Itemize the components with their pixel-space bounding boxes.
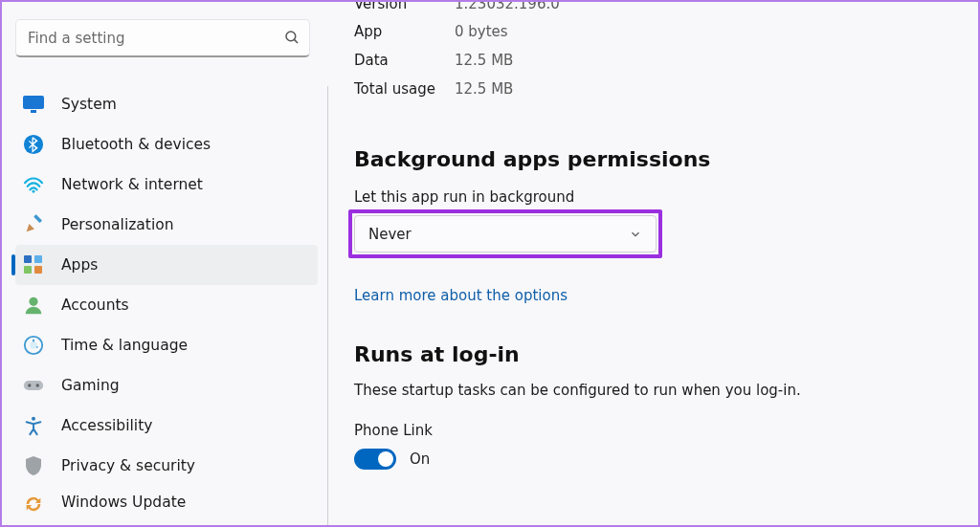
stat-version: Version 1.23032.196.0 [354, 2, 978, 17]
stat-key: Data [354, 52, 455, 69]
bluetooth-icon [23, 134, 44, 155]
runs-desc: These startup tasks can be configured to… [354, 382, 978, 399]
privacy-icon [23, 455, 44, 476]
svg-rect-8 [34, 255, 42, 263]
accounts-icon [23, 295, 44, 316]
sidebar-item-update[interactable]: Windows Update [15, 486, 318, 515]
apps-icon [23, 254, 44, 275]
update-icon [23, 494, 44, 515]
accessibility-icon [23, 415, 44, 436]
gaming-icon [23, 375, 44, 396]
svg-point-15 [28, 384, 31, 386]
svg-rect-9 [24, 266, 32, 274]
sidebar-item-label: Time & language [61, 337, 188, 354]
stat-value: 0 bytes [455, 23, 508, 40]
sidebar-item-apps[interactable]: Apps [15, 245, 318, 285]
svg-point-11 [29, 297, 37, 306]
sidebar-nav: System Bluetooth & devices Network & int… [15, 84, 318, 515]
time-icon [23, 335, 44, 356]
sidebar-item-time[interactable]: Time & language [15, 325, 318, 365]
svg-rect-6 [33, 214, 42, 223]
stat-value: 12.5 MB [455, 52, 513, 69]
bg-permission-dropdown[interactable]: Never [354, 215, 657, 253]
svg-rect-3 [31, 110, 36, 113]
startup-toggle-row: On [354, 449, 978, 470]
sidebar-item-personalization[interactable]: Personalization [15, 205, 318, 245]
search-input[interactable] [15, 19, 310, 57]
stat-value: 1.23032.196.0 [455, 2, 560, 12]
svg-rect-10 [34, 266, 42, 274]
stat-value: 12.5 MB [455, 80, 513, 98]
section-bg-permissions: Background apps permissions [354, 147, 978, 171]
stat-data: Data 12.5 MB [354, 46, 978, 75]
svg-point-0 [286, 32, 296, 41]
sidebar-item-accounts[interactable]: Accounts [15, 285, 318, 325]
toggle-state-label: On [410, 450, 430, 468]
sidebar-item-accessibility[interactable]: Accessibility [15, 406, 318, 446]
search-wrapper [15, 19, 318, 57]
svg-rect-14 [24, 381, 43, 390]
sidebar-item-label: Windows Update [61, 494, 186, 511]
network-icon [23, 174, 44, 195]
svg-point-17 [32, 417, 35, 421]
sidebar-item-privacy[interactable]: Privacy & security [15, 446, 318, 486]
stat-total: Total usage 12.5 MB [354, 75, 978, 103]
sidebar-item-label: Accessibility [61, 417, 152, 434]
svg-rect-7 [24, 255, 32, 263]
personalization-icon [23, 214, 44, 235]
bg-sub-label: Let this app run in background [354, 188, 978, 206]
sidebar-item-system[interactable]: System [15, 84, 318, 124]
section-runs-login: Runs at log-in [354, 342, 978, 366]
sidebar-item-label: Personalization [61, 216, 174, 233]
svg-line-1 [294, 39, 298, 43]
learn-more-link[interactable]: Learn more about the options [354, 287, 568, 304]
stat-key: Version [354, 2, 455, 12]
svg-point-5 [33, 190, 35, 193]
startup-toggle[interactable] [354, 449, 396, 470]
sidebar-item-label: Apps [61, 256, 98, 274]
svg-point-13 [30, 341, 36, 348]
stat-app: App 0 bytes [354, 17, 978, 46]
dropdown-value: Never [368, 226, 412, 243]
sidebar-item-label: Privacy & security [61, 457, 195, 474]
bg-dropdown-wrap: Never [354, 215, 657, 253]
settings-sidebar: System Bluetooth & devices Network & int… [2, 2, 327, 525]
sidebar-item-label: Bluetooth & devices [61, 136, 211, 153]
sidebar-item-label: Network & internet [61, 176, 203, 193]
sidebar-item-bluetooth[interactable]: Bluetooth & devices [15, 124, 318, 165]
sidebar-item-label: Gaming [61, 377, 120, 394]
search-icon [283, 29, 301, 46]
system-icon [23, 94, 44, 115]
stat-key: Total usage [354, 80, 455, 98]
settings-content: Version 1.23032.196.0 App 0 bytes Data 1… [327, 2, 978, 525]
startup-task-name: Phone Link [354, 422, 978, 439]
sidebar-item-gaming[interactable]: Gaming [15, 365, 318, 406]
svg-rect-2 [23, 96, 44, 109]
svg-point-16 [36, 384, 39, 386]
chevron-down-icon [629, 228, 642, 241]
sidebar-item-label: Accounts [61, 296, 129, 314]
sidebar-item-network[interactable]: Network & internet [15, 165, 318, 205]
stat-key: App [354, 23, 455, 40]
sidebar-item-label: System [61, 96, 117, 113]
